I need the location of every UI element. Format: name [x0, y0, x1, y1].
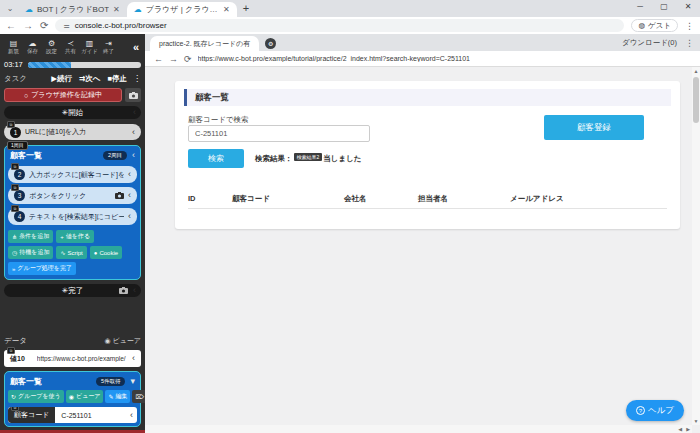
step-number: 4	[14, 211, 25, 222]
step-1[interactable]: ⧉ 1 URLに[値10]を入力 ‹	[4, 124, 141, 140]
data-field-row[interactable]: ⧉ 顧客コード C-251101 ‹	[8, 407, 137, 423]
group-action-buttons: ⋔条件を追加 +値を作る ◷待機を追加 ∿Script ●Cookie »グルー…	[8, 230, 137, 275]
share-button[interactable]: ≺ 共有	[61, 39, 80, 55]
downloads-button[interactable]: ダウンロード(0)	[622, 38, 677, 48]
chevron-left-icon[interactable]: ‹	[133, 286, 136, 295]
search-label: 顧客コードで検索	[188, 115, 249, 125]
tab-bot[interactable]: ☁ BOT | クラウドBOT ✕	[18, 2, 127, 17]
maximize-button[interactable]: ▢	[652, 0, 676, 14]
address-bar[interactable]: ⚌ console.c-bot.pro/browser	[55, 19, 624, 32]
browser-menu-icon[interactable]: ⋮	[685, 21, 694, 31]
chevron-left-icon[interactable]: ‹	[128, 170, 131, 179]
back-icon[interactable]: ←	[6, 17, 16, 34]
register-customer-button[interactable]: 顧客登録	[544, 115, 644, 140]
chrome-window: ⌄ ☁ BOT | クラウドBOT ✕ ☁ ブラウザ | クラウドBOT ✕ +…	[0, 0, 700, 433]
back-icon[interactable]: ←	[154, 54, 163, 64]
step-2[interactable]: ⧉ 2 入力ボックスに[顧客コード]を入力 ‹	[8, 166, 137, 183]
screenshot-button[interactable]	[125, 88, 141, 102]
eye-icon: ◉	[69, 393, 74, 400]
collapse-sidebar-icon[interactable]: «	[133, 41, 141, 53]
scroll-right-icon[interactable]: ▶	[684, 426, 692, 432]
recording-status-button[interactable]: ○ ブラウザ操作を記録中	[4, 88, 122, 102]
group-header[interactable]: 顧客一覧 2周目 ‹	[8, 148, 137, 162]
reload-icon[interactable]: ⟳	[184, 54, 192, 64]
use-group-button[interactable]: ↻グループを使う	[8, 390, 64, 403]
add-wait-button[interactable]: ◷待機を追加	[8, 246, 53, 259]
minimize-button[interactable]: ─	[628, 0, 652, 14]
chevron-down-icon[interactable]: ▾	[130, 377, 135, 386]
guide-icon: ▥	[86, 39, 94, 48]
data-group-header[interactable]: 顧客一覧 5件取得 ▾	[8, 374, 137, 388]
chevron-left-icon[interactable]: ‹	[128, 212, 131, 221]
scroll-up-icon[interactable]: ▲	[692, 68, 700, 74]
cookie-button[interactable]: ●Cookie	[90, 246, 122, 259]
inner-tab-gear-icon[interactable]: ⚙	[265, 38, 276, 49]
start-marker[interactable]: ✳開始 ‹	[4, 106, 141, 119]
data-value-row[interactable]: ⧉ 値10 https://www.c-bot.pro/example/ ‹	[4, 350, 141, 367]
step-tag-icon: ⧉	[11, 163, 19, 170]
col-email: メールアドレス	[510, 194, 667, 208]
step-3[interactable]: ⧉ 3 ボタンをクリック ‹	[8, 187, 137, 204]
tab-search-icon[interactable]: ⌄	[4, 3, 16, 15]
exit-button[interactable]: ⇥ 終了	[99, 39, 118, 55]
chevron-left-icon[interactable]: ‹	[133, 108, 136, 117]
chevron-left-icon[interactable]: ‹	[130, 411, 133, 420]
script-button[interactable]: ∿Script	[56, 246, 86, 259]
search-button[interactable]: 検索	[188, 149, 244, 168]
create-value-button[interactable]: +値を作る	[56, 230, 94, 243]
scrollbar-thumb[interactable]	[693, 77, 699, 123]
resume-button[interactable]: ▶続行	[51, 74, 72, 84]
data-viewer-button[interactable]: ◉ビューア	[104, 336, 141, 346]
step-number: 2	[14, 169, 25, 180]
new-button[interactable]: ▤ 新規	[4, 39, 23, 55]
address-url: console.c-bot.pro/browser	[75, 21, 167, 30]
window-controls: ─ ▢ ✕	[628, 0, 700, 14]
add-condition-button[interactable]: ⋔条件を追加	[8, 230, 53, 243]
tab-browser[interactable]: ☁ ブラウザ | クラウドBOT ✕	[127, 2, 237, 17]
forward-icon: »	[12, 266, 15, 272]
chevron-left-icon[interactable]: ‹	[132, 151, 135, 160]
tab-close-icon[interactable]: ✕	[223, 5, 230, 14]
task-menu-icon[interactable]: ⋮	[133, 74, 141, 83]
site-info-icon[interactable]: ⚌	[63, 22, 69, 30]
next-button[interactable]: ⇉次へ	[79, 74, 100, 84]
stop-button[interactable]: ■停止	[107, 74, 127, 84]
guide-button[interactable]: ▥ ガイド	[80, 39, 99, 55]
finish-group-button[interactable]: »グループ処理を完了	[8, 262, 76, 275]
new-tab-button[interactable]: +	[243, 2, 249, 14]
inner-menu-icon[interactable]: ⋮	[685, 38, 694, 48]
settings-button[interactable]: ⚙ 設定	[42, 39, 61, 55]
horizontal-scrollbar[interactable]: ◀ ▶	[145, 425, 692, 433]
inner-url[interactable]: https://www.c-bot.pro/example/tutorial/p…	[198, 55, 470, 62]
inner-tab[interactable]: practice-2. 既存レコードの有	[150, 36, 259, 51]
step-number: 3	[14, 190, 25, 201]
step-4[interactable]: ⧉ 4 テキストを[検索結果]にコピー ‹	[8, 208, 137, 225]
tab-close-icon[interactable]: ✕	[113, 5, 120, 14]
gear-icon: ⚙	[48, 39, 55, 48]
profile-chip[interactable]: ◍ ゲスト	[631, 19, 678, 32]
branch-icon: ⋔	[12, 233, 17, 240]
customer-code-input[interactable]	[188, 125, 370, 142]
scroll-left-icon[interactable]: ◀	[676, 426, 684, 432]
camera-icon[interactable]	[119, 287, 128, 294]
chevron-left-icon[interactable]: ‹	[132, 354, 135, 363]
save-button[interactable]: ☁ 保存	[23, 39, 42, 55]
table-header-row: ID 顧客コード 会社名 担当者名 メールアドレス	[188, 194, 667, 209]
help-button[interactable]: ? ヘルプ	[626, 400, 684, 421]
end-marker[interactable]: ✳完了 ‹	[4, 284, 141, 297]
remote-browser: practice-2. 既存レコードの有 ⚙ ダウンロード(0) ⋮ ← → ⟳…	[145, 34, 700, 433]
field-tag-icon: ⧉	[11, 407, 19, 411]
forward-icon[interactable]: →	[169, 54, 178, 64]
chevron-left-icon[interactable]: ‹	[132, 128, 135, 137]
group-badge: 2周目	[103, 151, 127, 160]
scroll-down-icon[interactable]: ▼	[692, 418, 700, 424]
chevron-left-icon[interactable]: ‹	[128, 191, 131, 200]
vertical-scrollbar[interactable]: ▲ ▼	[692, 67, 700, 425]
col-customer-code: 顧客コード	[232, 194, 344, 208]
camera-icon[interactable]	[115, 192, 124, 199]
edit-button[interactable]: ✎編集	[105, 390, 130, 403]
close-button[interactable]: ✕	[676, 0, 700, 14]
reload-icon[interactable]: ⟳	[40, 17, 48, 34]
viewer-button[interactable]: ◉ビューア	[66, 390, 104, 403]
forward-icon[interactable]: →	[23, 17, 33, 34]
